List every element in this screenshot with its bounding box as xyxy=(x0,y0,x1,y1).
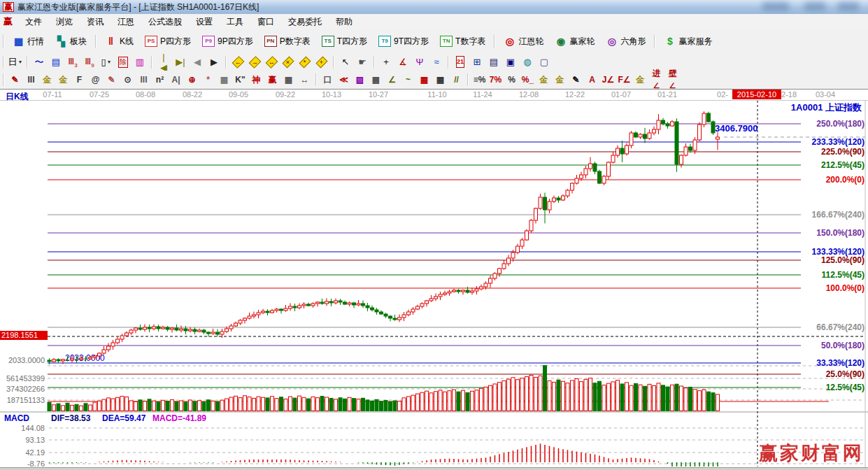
macd-layer xyxy=(50,443,718,467)
gann-lines-layer xyxy=(48,124,829,401)
grid-layer: 2033.0000 xyxy=(0,101,868,468)
volume-layer xyxy=(48,366,720,411)
kline-chart-canvas[interactable]: 2033.0000 xyxy=(0,0,868,470)
app-window: { "window": { "title": "赢家江恩专业版[赢家服务平台] … xyxy=(0,0,868,470)
candles-layer xyxy=(48,111,720,364)
window-bottom-edge xyxy=(0,467,868,470)
